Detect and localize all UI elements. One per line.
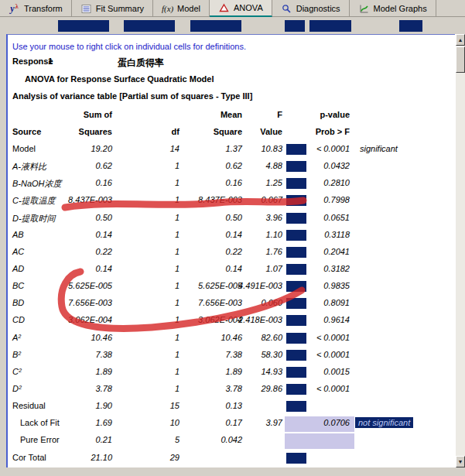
anova-table-row[interactable]: Model 19.20 14 1.37 10.83 < 0.0001 signi… — [8, 142, 455, 159]
fx-icon: f(x) — [162, 3, 173, 15]
tab-label: Diagnostics — [296, 4, 340, 13]
cell-source[interactable]: BC — [12, 281, 24, 290]
anova-table-row[interactable]: CD 3.062E-004 1 3.062E-004 2.418E-003 0.… — [8, 313, 455, 330]
cell-mean-square[interactable]: 0.13 — [165, 401, 242, 410]
selected-cell[interactable] — [58, 20, 109, 32]
cell-sum-of-squares[interactable]: 0.50 — [35, 213, 112, 222]
cell-p-value[interactable]: 0.0432 — [272, 161, 350, 170]
anova-table-row[interactable]: BD 7.656E-003 1 7.656E-003 0.060 0.8091 — [8, 296, 455, 313]
cell-source[interactable]: CD — [12, 315, 25, 324]
cell-p-value[interactable]: < 0.0001 — [272, 350, 350, 359]
tab-model-graphs[interactable]: Model Graphs — [350, 0, 436, 17]
cell-sum-of-squares[interactable]: 3.78 — [35, 384, 112, 393]
anova-table-row[interactable]: A² 10.46 1 10.46 82.60 < 0.0001 — [8, 330, 455, 348]
cell-p-value[interactable]: 0.0651 — [272, 213, 350, 222]
cell-source[interactable]: Model — [12, 144, 36, 153]
cell-sum-of-squares[interactable]: 21.10 — [35, 453, 112, 462]
cell-sum-of-squares[interactable]: 3.062E-004 — [35, 315, 112, 324]
cell-source[interactable]: AB — [12, 230, 24, 239]
selected-cell[interactable] — [124, 20, 175, 32]
anova-table-row[interactable]: Residual 1.90 15 0.13 — [8, 399, 455, 416]
anova-table-row[interactable]: AC 0.22 1 0.22 1.76 0.2041 — [8, 245, 455, 262]
cell-source[interactable]: BD — [12, 298, 24, 307]
cell-p-value[interactable]: < 0.0001 — [272, 144, 350, 153]
anova-table-row[interactable]: AB 0.14 1 0.14 1.10 0.3118 — [8, 228, 455, 245]
cell-sum-of-squares[interactable]: 0.16 — [35, 178, 112, 187]
cell-p-value[interactable]: 0.9835 — [272, 281, 350, 290]
cell-source[interactable]: AD — [12, 264, 24, 273]
cell-p-value[interactable]: 0.2810 — [272, 178, 350, 187]
anova-table-row[interactable]: AD 0.14 1 0.14 1.07 0.3182 — [8, 262, 455, 279]
selected-cell[interactable] — [309, 20, 351, 32]
cell-sum-of-squares[interactable]: 8.437E-003 — [35, 195, 112, 204]
tab-anova[interactable]: ANOVA — [210, 0, 272, 17]
anova-table-row[interactable]: C-提取温度 8.437E-003 1 8.437E-003 0.067 0.7… — [8, 193, 455, 210]
cell-source[interactable]: C² — [12, 367, 22, 376]
cell-source[interactable]: D² — [12, 384, 22, 393]
cell-p-value[interactable]: 0.3118 — [272, 230, 350, 239]
scroll-up-arrow[interactable]: ▲ — [456, 34, 465, 46]
cell-sum-of-squares[interactable]: 0.21 — [35, 435, 112, 444]
anova-table-row[interactable]: Lack of Fit 1.69 10 0.17 3.97 0.0706 not… — [8, 416, 455, 433]
tab-label: Model Graphs — [374, 4, 427, 13]
selected-cell[interactable] — [285, 20, 305, 32]
anova-table-row[interactable]: B² 7.38 1 7.38 58.30 < 0.0001 — [8, 348, 455, 365]
cell-source[interactable]: A² — [12, 333, 21, 342]
selected-cell[interactable] — [286, 401, 306, 412]
list-icon — [80, 3, 92, 15]
anova-table-row[interactable]: D² 3.78 1 3.78 29.86 < 0.0001 — [8, 382, 455, 399]
selected-cell[interactable] — [399, 20, 422, 32]
cell-p-value[interactable]: 0.9614 — [272, 315, 350, 324]
vertical-scrollbar[interactable]: ▲ ▼ — [455, 34, 465, 467]
cell-sum-of-squares[interactable]: 5.625E-005 — [35, 281, 112, 290]
hint-text: Use your mouse to right click on individ… — [12, 42, 246, 51]
cell-sum-of-squares[interactable]: 1.69 — [35, 418, 112, 427]
anova-table-row[interactable]: C² 1.89 1 1.89 14.93 0.0015 — [8, 365, 455, 382]
cell-p-value[interactable]: 0.0706 — [272, 418, 350, 427]
selected-cell[interactable] — [286, 453, 306, 464]
anova-table-row[interactable]: BC 5.625E-005 1 5.625E-005 4.491E-003 0.… — [8, 279, 455, 296]
cell-sum-of-squares[interactable]: 10.46 — [35, 333, 112, 342]
y-lambda-icon: yλ — [9, 3, 20, 15]
cell-sum-of-squares[interactable]: 0.14 — [35, 264, 112, 273]
scroll-down-arrow[interactable]: ▼ — [456, 456, 465, 467]
tab-label: ANOVA — [234, 3, 263, 12]
scrollbar-thumb[interactable] — [456, 46, 465, 73]
cell-p-value[interactable]: 0.7998 — [272, 195, 350, 204]
selected-cell[interactable] — [190, 20, 241, 32]
toolbar: yλ Transform Fit Summary f(x) Model ANOV… — [0, 0, 465, 17]
anova-table-row[interactable]: Pure Error 0.21 5 0.042 — [8, 433, 455, 450]
cell-p-value[interactable]: < 0.0001 — [272, 333, 350, 342]
fx-glyph: f(x) — [162, 4, 173, 13]
cell-source[interactable]: B² — [12, 350, 21, 359]
tab-diagnostics[interactable]: Diagnostics — [272, 0, 350, 17]
cell-note: not significant — [355, 417, 413, 428]
lambda-glyph: λ — [15, 3, 19, 10]
anova-report-panel: Use your mouse to right click on individ… — [6, 34, 455, 467]
anova-table-row[interactable]: D-提取时间 0.50 1 0.50 3.96 0.0651 — [8, 211, 455, 228]
cell-df[interactable]: 29 — [149, 453, 180, 462]
cell-sum-of-squares[interactable]: 7.656E-003 — [35, 298, 112, 307]
cell-sum-of-squares[interactable]: 0.62 — [35, 161, 112, 170]
cell-p-value[interactable]: 0.0015 — [272, 367, 350, 376]
cell-sum-of-squares[interactable]: 19.20 — [35, 144, 112, 153]
cell-p-value[interactable]: 0.3182 — [272, 264, 350, 273]
anova-table-row[interactable]: A-液料比 0.62 1 0.62 4.88 0.0432 — [8, 159, 455, 176]
cell-p-value[interactable]: < 0.0001 — [272, 384, 350, 393]
cell-p-value[interactable]: 0.2041 — [272, 247, 350, 256]
tab-fit-summary[interactable]: Fit Summary — [72, 0, 153, 17]
cell-sum-of-squares[interactable]: 0.14 — [35, 230, 112, 239]
anova-table-row[interactable]: Cor Total 21.10 29 — [8, 450, 455, 467]
tab-transform[interactable]: yλ Transform — [0, 0, 72, 17]
cell-mean-square[interactable]: 0.042 — [165, 435, 242, 444]
cell-sum-of-squares[interactable]: 1.90 — [35, 401, 112, 410]
cell-source[interactable]: AC — [12, 247, 24, 256]
cell-sum-of-squares[interactable]: 0.22 — [35, 247, 112, 256]
tab-model[interactable]: f(x) Model — [153, 0, 210, 17]
graph-icon — [358, 3, 370, 15]
cell-sum-of-squares[interactable]: 1.89 — [35, 367, 112, 376]
header-squares: Squares — [35, 127, 112, 136]
anova-table-row[interactable]: B-NaOH浓度 0.16 1 0.16 1.25 0.2810 — [8, 176, 455, 193]
cell-p-value[interactable]: 0.8091 — [272, 298, 350, 307]
cell-sum-of-squares[interactable]: 7.38 — [35, 350, 112, 359]
